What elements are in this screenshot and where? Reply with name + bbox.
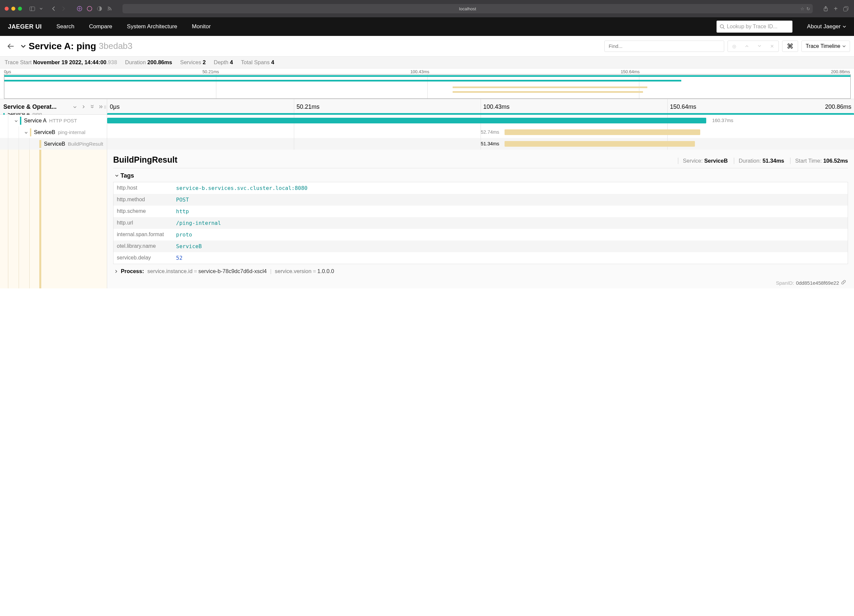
service-op-header: Service & Operat... [3,103,69,110]
lookup-placeholder: Lookup by Trace ID... [727,24,778,30]
reload-icon[interactable]: ↻ [807,6,810,11]
jaeger-logo[interactable]: JAEGER UI [8,23,42,30]
span-bar [107,118,706,123]
find-target-icon[interactable]: ◎ [728,41,741,52]
timeline-header: 0μs 50.21ms 100.43ms 150.64ms 200.86ms [107,99,854,114]
copy-link-icon[interactable] [841,280,846,286]
svg-point-5 [108,10,109,11]
tag-row[interactable]: otel.library.nameServiceB [113,240,848,252]
chevron-down-icon [21,44,26,48]
tags-table: http.hostservice-b.services.svc.cluster.… [113,182,848,264]
trace-stats: Trace Start November 19 2022, 14:44:00.9… [0,56,854,68]
span-row[interactable]: Service A HTTP POST 160.37ms [0,115,854,126]
chevron-down-icon[interactable] [37,5,44,12]
toggle-icon[interactable] [13,119,18,123]
span-detail-panel: BuildPingResult Service: ServiceB Durati… [0,150,854,288]
trace-id: 3bedab3 [99,41,133,51]
expand-all-icon[interactable] [98,104,104,110]
tag-row[interactable]: serviceb.delay52 [113,252,848,264]
browser-toolbar: localhost ☆ ↻ + [0,0,854,17]
ext-icon-3[interactable] [96,5,103,12]
find-controls: ◎ ✕ [727,41,779,52]
url-bar[interactable]: localhost ☆ ↻ [122,4,813,13]
view-mode-select[interactable]: Trace Timeline [801,41,850,52]
column-resize-handle[interactable]: || [104,105,106,109]
close-window[interactable] [5,7,9,11]
search-icon [720,24,725,29]
span-duration: 52.74ms [480,129,499,135]
new-tab-icon[interactable]: + [832,5,839,12]
span-tree: Service A ping Service A HTTP POST 160.3… [0,113,854,150]
minimap-ticks: 0μs 50.21ms 100.43ms 150.64ms 200.86ms [0,68,854,74]
column-header: Service & Operat... || 0μs 50.21ms 100.4… [0,99,854,115]
tabs-icon[interactable] [842,5,849,12]
nav-compare[interactable]: Compare [89,23,112,30]
trace-title-group[interactable]: Service A: ping 3bedab3 [21,41,133,52]
span-row[interactable]: ServiceB ping-internal 52.74ms [0,126,854,138]
span-bar [505,129,700,135]
tag-row[interactable]: http.hostservice-b.services.svc.cluster.… [113,182,848,194]
span-duration: 160.37ms [712,118,734,123]
trace-header: Service A: ping 3bedab3 ◎ ✕ ⌘ Trace Time… [0,36,854,56]
span-bar [505,141,695,147]
ext-icon-1[interactable] [76,5,83,12]
find-input[interactable] [604,41,724,52]
tag-row[interactable]: http.url/ping-internal [113,217,848,229]
minimap[interactable] [4,74,851,99]
jaeger-nav: JAEGER UI Search Compare System Architec… [0,17,854,36]
back-button[interactable] [4,40,17,53]
tags-section-header[interactable]: Tags [113,168,848,182]
span-id-footer: SpanID: 0dd851e458f69e22 [113,278,848,288]
tag-row[interactable]: http.schemehttp [113,205,848,217]
maximize-window[interactable] [18,7,22,11]
ext-icon-2[interactable] [86,5,93,12]
collapse-one-icon[interactable] [72,104,78,110]
expand-one-icon[interactable] [81,104,86,110]
svg-rect-8 [843,7,847,11]
svg-point-3 [87,6,92,11]
chevron-down-icon [842,45,846,47]
minimap-span [453,87,647,88]
tag-row[interactable]: internal.span.formatproto [113,229,848,240]
detail-gutter [0,150,107,288]
window-controls [5,7,22,11]
share-icon[interactable] [822,5,830,12]
svg-point-9 [720,24,724,28]
trace-title: Service A: ping [29,41,96,52]
chevron-down-icon [115,175,119,177]
find-clear-icon[interactable]: ✕ [766,41,778,52]
minimize-window[interactable] [11,7,15,11]
toggle-icon[interactable] [23,130,29,135]
nav-about[interactable]: About Jaeger [807,23,846,30]
translate-icon[interactable]: ☆ [801,6,804,11]
rss-icon[interactable] [106,5,113,12]
collapse-all-icon[interactable] [90,104,95,110]
process-section[interactable]: Process: service.instance.id=service-b-7… [113,264,848,278]
forward-icon[interactable] [60,5,67,12]
nav-architecture[interactable]: System Architecture [127,23,177,30]
back-icon[interactable] [50,5,57,12]
chevron-down-icon [843,26,846,27]
detail-op-name: BuildPingResult [113,155,672,165]
nav-search[interactable]: Search [56,23,75,30]
detail-header: BuildPingResult Service: ServiceB Durati… [113,155,848,168]
lookup-input[interactable]: Lookup by Trace ID... [717,21,792,33]
tag-row[interactable]: http.methodPOST [113,194,848,205]
nav-monitor[interactable]: Monitor [192,23,211,30]
minimap-span [4,75,850,77]
minimap-span [4,80,681,82]
span-duration: 51.34ms [480,141,499,146]
svg-line-10 [723,27,724,29]
sidebar-toggle-icon[interactable] [29,5,36,12]
find-next-icon[interactable] [753,41,766,52]
shortcuts-button[interactable]: ⌘ [782,41,798,52]
find-prev-icon[interactable] [741,41,753,52]
url-text: localhost [459,6,476,11]
chevron-right-icon [115,270,117,273]
minimap-span [453,91,643,93]
svg-rect-0 [30,7,35,11]
span-row-selected[interactable]: ServiceB BuildPingResult 51.34ms [0,138,854,150]
